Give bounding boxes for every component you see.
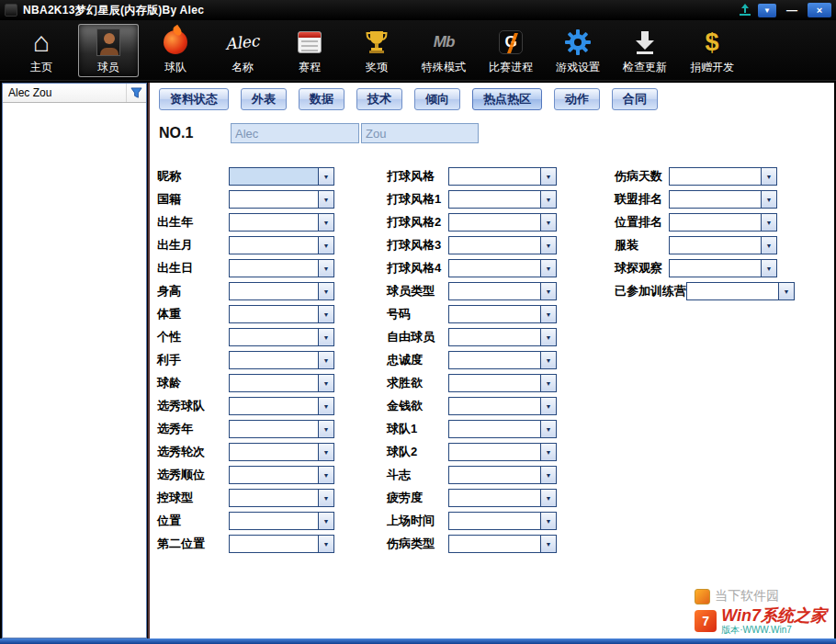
dropdown[interactable]: ▼	[229, 489, 334, 507]
dropdown[interactable]: ▼	[669, 236, 777, 254]
dropdown-arrow-button[interactable]: ▼	[540, 237, 556, 254]
first-name-input[interactable]	[231, 123, 359, 143]
dropdown-arrow-button[interactable]: ▼	[540, 306, 556, 322]
dropdown[interactable]: ▼	[448, 305, 557, 323]
toolbar-item-home[interactable]: ⌂主页	[11, 24, 72, 77]
filter-button[interactable]	[126, 84, 146, 102]
toolbar-item-game-progress[interactable]: G比赛进程	[480, 24, 541, 77]
minimize-button[interactable]: —	[783, 6, 801, 15]
dropdown[interactable]: ▼	[229, 466, 334, 484]
dropdown-arrow-button[interactable]: ▼	[540, 513, 556, 529]
dropdown-arrow-button[interactable]: ▼	[761, 214, 776, 231]
dropdown-arrow-button[interactable]: ▼	[318, 536, 333, 552]
dropdown[interactable]: ▼	[229, 305, 334, 323]
dropdown-arrow-button[interactable]: ▼	[318, 421, 333, 437]
dropdown[interactable]: ▼	[669, 190, 777, 209]
dropdown[interactable]: ▼	[229, 190, 334, 209]
dropdown-arrow-button[interactable]: ▼	[540, 352, 556, 368]
dropdown[interactable]: ▼	[448, 443, 557, 461]
dropdown-arrow-button[interactable]: ▼	[318, 467, 333, 483]
dropdown[interactable]: ▼	[229, 328, 334, 346]
dropdown-arrow-button[interactable]: ▼	[540, 375, 556, 391]
dropdown[interactable]: ▼	[448, 167, 557, 186]
dropdown[interactable]: ▼	[669, 259, 777, 277]
tab-skills[interactable]: 技术	[356, 88, 402, 110]
toolbar-item-player[interactable]: 球员	[78, 24, 139, 77]
toolbar-item-awards[interactable]: 奖项	[346, 24, 407, 77]
dropdown-arrow-button[interactable]: ▼	[540, 168, 556, 185]
dropdown-arrow-button[interactable]: ▼	[540, 467, 556, 483]
close-button[interactable]: ×	[808, 3, 831, 17]
dropdown-arrow-button[interactable]: ▼	[318, 490, 333, 506]
dropdown[interactable]: ▼	[669, 167, 777, 186]
dropdown-arrow-button[interactable]: ▼	[540, 191, 556, 208]
dropdown-arrow-button[interactable]: ▼	[540, 398, 556, 414]
dropdown-arrow-button[interactable]: ▼	[761, 260, 776, 277]
toolbar-item-schedule[interactable]: 赛程	[279, 24, 340, 77]
dropdown[interactable]: ▼	[229, 282, 334, 300]
dropdown[interactable]: ▼	[229, 397, 334, 415]
titlebar-menu-button[interactable]: ▼	[758, 4, 776, 17]
dropdown-arrow-button[interactable]: ▼	[318, 237, 333, 254]
dropdown[interactable]: ▼	[448, 489, 557, 507]
dropdown-arrow-button[interactable]: ▼	[761, 237, 776, 254]
dropdown[interactable]: ▼	[448, 259, 557, 277]
dropdown[interactable]: ▼	[229, 167, 334, 186]
dropdown[interactable]: ▼	[448, 466, 557, 484]
dropdown-arrow-button[interactable]: ▼	[318, 375, 333, 391]
dropdown[interactable]: ▼	[229, 259, 334, 277]
dropdown-arrow-button[interactable]: ▼	[318, 306, 333, 322]
toolbar-item-donate[interactable]: $捐赠开发	[682, 24, 742, 77]
dropdown[interactable]: ▼	[448, 236, 557, 254]
tab-tendencies[interactable]: 倾向	[414, 88, 460, 110]
dropdown-arrow-button[interactable]: ▼	[540, 214, 556, 231]
dropdown-arrow-button[interactable]: ▼	[318, 329, 333, 345]
dropdown-arrow-button[interactable]: ▼	[540, 260, 556, 277]
dropdown[interactable]: ▼	[448, 397, 557, 415]
dropdown[interactable]: ▼	[448, 213, 557, 232]
dropdown[interactable]: ▼	[229, 443, 334, 461]
toolbar-item-names[interactable]: Alec名称	[212, 24, 273, 77]
dropdown-arrow-button[interactable]: ▼	[318, 260, 333, 277]
toolbar-item-team[interactable]: 球队	[145, 24, 206, 77]
dropdown-arrow-button[interactable]: ▼	[318, 283, 333, 299]
toolbar-item-check-update[interactable]: 检查更新	[615, 24, 675, 77]
dropdown-arrow-button[interactable]: ▼	[761, 191, 776, 208]
tab-animations[interactable]: 动作	[554, 88, 600, 110]
dropdown-arrow-button[interactable]: ▼	[540, 283, 556, 299]
dropdown-arrow-button[interactable]: ▼	[540, 536, 556, 552]
dropdown-arrow-button[interactable]: ▼	[318, 513, 333, 529]
dropdown-arrow-button[interactable]: ▼	[540, 444, 556, 460]
tab-hot-zones[interactable]: 热点热区	[472, 88, 542, 110]
dropdown-arrow-button[interactable]: ▼	[761, 168, 776, 185]
dropdown-arrow-button[interactable]: ▼	[540, 329, 556, 345]
dropdown[interactable]: ▼	[448, 282, 557, 300]
toolbar-item-special-mode[interactable]: Mb特殊模式	[413, 24, 474, 77]
tab-contract[interactable]: 合同	[612, 88, 658, 110]
dropdown[interactable]: ▼	[448, 351, 557, 369]
dropdown-arrow-button[interactable]: ▼	[318, 444, 333, 460]
dropdown[interactable]: ▼	[229, 374, 334, 392]
dropdown[interactable]: ▼	[448, 328, 557, 346]
dropdown[interactable]: ▼	[229, 512, 334, 530]
player-list-header[interactable]: Alec Zou	[3, 84, 146, 103]
share-icon[interactable]	[739, 4, 751, 17]
tab-profile-status[interactable]: 资料状态	[159, 88, 229, 110]
dropdown-arrow-button[interactable]: ▼	[318, 191, 333, 208]
dropdown[interactable]: ▼	[229, 236, 334, 254]
dropdown-arrow-button[interactable]: ▼	[778, 283, 794, 299]
toolbar-item-game-settings[interactable]: 游戏设置	[548, 24, 608, 77]
dropdown[interactable]: ▼	[229, 213, 334, 232]
dropdown[interactable]: ▼	[686, 282, 795, 300]
dropdown[interactable]: ▼	[448, 190, 557, 209]
tab-appearance[interactable]: 外表	[241, 88, 287, 110]
dropdown-arrow-button[interactable]: ▼	[540, 421, 556, 437]
dropdown[interactable]: ▼	[448, 420, 557, 438]
dropdown[interactable]: ▼	[448, 374, 557, 392]
last-name-input[interactable]	[361, 123, 479, 143]
dropdown[interactable]: ▼	[229, 420, 334, 438]
dropdown[interactable]: ▼	[669, 213, 777, 232]
dropdown-arrow-button[interactable]: ▼	[318, 398, 333, 414]
dropdown-arrow-button[interactable]: ▼	[318, 168, 333, 185]
dropdown-arrow-button[interactable]: ▼	[540, 490, 556, 506]
